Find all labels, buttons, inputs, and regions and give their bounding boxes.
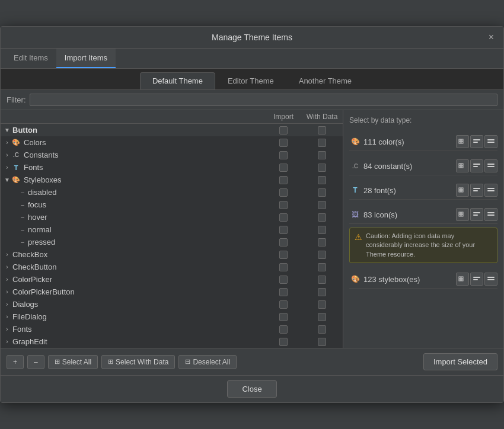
tree-row[interactable]: › ColorPicker	[1, 273, 343, 286]
close-dialog-button[interactable]: Close	[227, 380, 276, 398]
tree-check-import[interactable]	[266, 300, 301, 309]
dialog-titlebar: Manage Theme Items ×	[1, 27, 503, 49]
tree-row[interactable]: › CheckButton	[1, 261, 343, 273]
tab-another-theme[interactable]: Another Theme	[286, 72, 364, 89]
tree-check-import[interactable]	[266, 201, 301, 209]
select-some-icons-btn[interactable]	[470, 208, 483, 221]
tree-row[interactable]: › 🎨 Colors	[1, 136, 343, 149]
tree-row[interactable]: – hover	[1, 211, 343, 223]
tree-check-import[interactable]	[266, 176, 301, 184]
svg-rect-8	[459, 164, 461, 165]
tab-editor-theme[interactable]: Editor Theme	[215, 72, 286, 89]
svg-rect-29	[473, 214, 478, 216]
tree-check-withdata[interactable]	[301, 226, 343, 234]
tree-check-import[interactable]	[266, 188, 301, 197]
tree-row[interactable]: – pressed	[1, 236, 343, 248]
tree-check-import[interactable]	[266, 139, 301, 147]
select-all-fonts-btn[interactable]	[456, 184, 469, 197]
tree-row[interactable]: ▼ Button	[1, 124, 343, 136]
tree-check-import[interactable]	[266, 288, 301, 296]
tree-check-withdata[interactable]	[301, 325, 343, 334]
deselect-fonts-btn[interactable]	[484, 184, 497, 197]
tree-check-withdata[interactable]	[301, 338, 343, 346]
tree-check-import[interactable]	[266, 238, 301, 246]
tree-check-withdata[interactable]	[301, 188, 343, 197]
deselect-all-button[interactable]: ⊟ Deselect All	[178, 355, 237, 369]
tree-check-withdata[interactable]	[301, 313, 343, 321]
tree-check-import[interactable]	[266, 213, 301, 222]
tree-area[interactable]: ▼ Button › 🎨 Colors ›	[1, 124, 343, 348]
svg-rect-6	[487, 139, 495, 140]
select-all-constants-btn[interactable]	[456, 159, 469, 172]
deselect-icons-btn[interactable]	[484, 208, 497, 221]
select-some-styleboxes-btn[interactable]	[470, 273, 483, 286]
tree-item-label: FileDialog	[11, 312, 266, 321]
tree-check-import[interactable]	[266, 313, 301, 321]
tree-check-import[interactable]	[266, 338, 301, 346]
svg-rect-12	[473, 164, 480, 165]
tree-row[interactable]: › GraphEdit	[1, 335, 343, 348]
data-type-actions	[456, 273, 497, 286]
tree-check-withdata[interactable]	[301, 151, 343, 159]
toggle-icon: –	[18, 239, 27, 245]
import-selected-button[interactable]: Import Selected	[423, 353, 497, 370]
tree-check-import[interactable]	[266, 226, 301, 234]
tree-check-withdata[interactable]	[301, 238, 343, 246]
tree-check-withdata[interactable]	[301, 213, 343, 222]
tree-check-import[interactable]	[266, 151, 301, 159]
tree-check-import[interactable]	[266, 276, 301, 284]
svg-rect-2	[459, 142, 461, 143]
expand-all-button[interactable]: +	[7, 355, 24, 369]
tree-check-withdata[interactable]	[301, 288, 343, 296]
select-with-data-button[interactable]: ⊞ Select With Data	[101, 355, 175, 369]
select-all-colors-btn[interactable]	[456, 135, 469, 148]
tree-check-import[interactable]	[266, 126, 301, 135]
select-some-fonts-btn[interactable]	[470, 184, 483, 197]
collapse-all-button[interactable]: –	[27, 355, 44, 369]
tree-check-withdata[interactable]	[301, 126, 343, 135]
tree-row[interactable]: › ColorPickerButton	[1, 286, 343, 298]
tree-check-withdata[interactable]	[301, 176, 343, 184]
tree-row[interactable]: › .C Constants	[1, 149, 343, 161]
tree-row[interactable]: › Dialogs	[1, 298, 343, 310]
select-some-constants-btn[interactable]	[470, 159, 483, 172]
tree-row[interactable]: – disabled	[1, 186, 343, 199]
tree-row[interactable]: – normal	[1, 223, 343, 236]
tree-check-withdata[interactable]	[301, 300, 343, 309]
svg-rect-14	[487, 164, 495, 165]
tab-default-theme[interactable]: Default Theme	[140, 72, 215, 89]
tree-row[interactable]: › Fonts	[1, 323, 343, 335]
tree-item-label: Dialogs	[11, 300, 266, 309]
tab-edit-items[interactable]: Edit Items	[5, 49, 56, 68]
data-type-actions	[456, 135, 497, 148]
deselect-styleboxes-btn[interactable]	[484, 273, 497, 286]
select-all-button[interactable]: ⊞ Select All	[48, 355, 98, 369]
tree-check-withdata[interactable]	[301, 164, 343, 172]
tree-check-withdata[interactable]	[301, 263, 343, 271]
deselect-constants-btn[interactable]	[484, 159, 497, 172]
tree-row[interactable]: › CheckBox	[1, 248, 343, 261]
tree-row[interactable]: › T Fonts	[1, 161, 343, 174]
close-icon[interactable]: ×	[485, 31, 497, 43]
tab-import-items[interactable]: Import Items	[56, 49, 116, 68]
tree-check-import[interactable]	[266, 251, 301, 259]
select-all-styleboxes-btn[interactable]	[456, 273, 469, 286]
select-some-colors-btn[interactable]	[470, 135, 483, 148]
manage-theme-dialog: Manage Theme Items × Edit Items Import I…	[0, 26, 504, 403]
select-with-data-label: Select With Data	[116, 358, 168, 366]
tree-check-import[interactable]	[266, 325, 301, 334]
tree-row[interactable]: – focus	[1, 199, 343, 211]
colors-icon: 🎨	[11, 139, 21, 146]
svg-rect-37	[473, 279, 478, 280]
tree-row[interactable]: › FileDialog	[1, 310, 343, 323]
tree-check-withdata[interactable]	[301, 201, 343, 209]
tree-check-withdata[interactable]	[301, 251, 343, 259]
tree-check-import[interactable]	[266, 263, 301, 271]
tree-row[interactable]: ▼ 🎨 Styleboxes	[1, 174, 343, 186]
select-all-icons-btn[interactable]	[456, 208, 469, 221]
tree-check-import[interactable]	[266, 164, 301, 172]
tree-check-withdata[interactable]	[301, 276, 343, 284]
filter-input[interactable]	[30, 94, 498, 106]
deselect-colors-btn[interactable]	[484, 135, 497, 148]
tree-check-withdata[interactable]	[301, 139, 343, 147]
